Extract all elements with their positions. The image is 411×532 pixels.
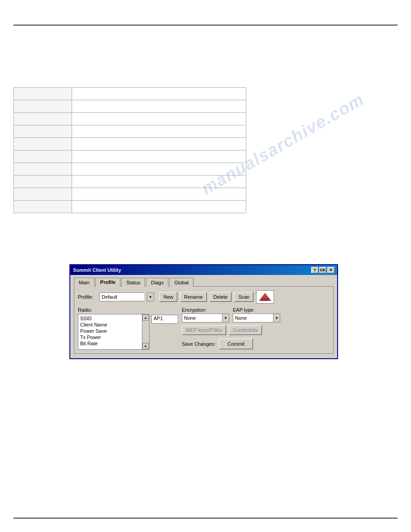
table-cell-value [72, 138, 246, 150]
table-row [14, 138, 246, 150]
tab-global[interactable]: Global [169, 278, 193, 287]
rename-button[interactable]: Rename [180, 292, 207, 302]
encryption-select[interactable]: None ▼ [182, 313, 229, 322]
dialog-window: Summit Client Utility ? OK ✕ Main Profil… [69, 264, 338, 359]
table-row [14, 201, 246, 213]
list-item[interactable]: Client Name [80, 322, 140, 328]
scroll-down-button[interactable]: ▼ [142, 343, 149, 349]
tab-main[interactable]: Main [74, 278, 94, 287]
profile-dropdown-arrow[interactable]: ▼ [147, 292, 154, 301]
settings-row: Radio: SSID Client Name Power Save Tx Po… [78, 307, 330, 350]
table-cell-label [14, 113, 72, 125]
table-cell-label [14, 100, 72, 113]
table-cell-label [14, 163, 72, 176]
table-cell-label [14, 88, 72, 100]
radio-value-input: AP1 [151, 314, 178, 350]
svg-text:SDC: SDC [261, 297, 270, 302]
tab-profile[interactable]: Profile [95, 278, 120, 287]
new-button[interactable]: New [159, 292, 177, 302]
tab-diags[interactable]: Diags [146, 278, 168, 287]
radio-section-label: Radio: [78, 307, 178, 313]
eap-value[interactable]: None [233, 313, 273, 322]
list-item[interactable]: Bit Rate [80, 340, 140, 347]
table-cell-value [72, 125, 246, 138]
radio-listbox[interactable]: SSID Client Name Power Save Tx Power Bit… [78, 314, 150, 350]
bottom-border [13, 518, 398, 519]
wep-keys-button[interactable]: WEP keys/PSKs [182, 325, 226, 335]
close-button[interactable]: ✕ [327, 267, 334, 273]
tab-status[interactable]: Status [121, 278, 145, 287]
tabs-row: Main Profile Status Diags Global [74, 278, 334, 287]
table-cell-value [72, 163, 246, 176]
table-cell-label [14, 188, 72, 201]
table-cell-label [14, 201, 72, 213]
eap-select[interactable]: None ▼ [233, 313, 280, 322]
dialog-title: Summit Client Utility [73, 267, 121, 273]
table-cell-value [72, 201, 246, 213]
table-row [14, 176, 246, 188]
wep-cred-row: WEP keys/PSKs Credentials [182, 325, 330, 335]
delete-button[interactable]: Delete [210, 292, 232, 302]
encryption-label: Encryption: [182, 307, 229, 313]
dialog-titlebar: Summit Client Utility ? OK ✕ [70, 265, 337, 275]
encryption-dropdown-arrow[interactable]: ▼ [222, 313, 229, 322]
sdc-logo: SDC [256, 290, 274, 304]
eap-label: EAP type: [233, 307, 280, 313]
save-changes-label: Save Changes: [182, 341, 215, 347]
tab-panel-profile: Profile: Default ▼ New Rename Delete Sca… [74, 286, 334, 354]
scroll-up-button[interactable]: ▲ [142, 314, 149, 321]
enc-eap-section: Encryption: None ▼ EAP type: None [182, 307, 330, 350]
summit-client-utility-dialog: Summit Client Utility ? OK ✕ Main Profil… [69, 264, 338, 359]
table-cell-value [72, 113, 246, 125]
content-table-section [13, 87, 246, 213]
scan-button[interactable]: Scan [234, 292, 253, 302]
profile-row: Profile: Default ▼ New Rename Delete Sca… [78, 290, 330, 304]
data-table [13, 87, 246, 213]
table-row [14, 88, 246, 100]
radio-list-container: SSID Client Name Power Save Tx Power Bit… [78, 314, 178, 350]
list-item[interactable]: Tx Power [80, 334, 140, 340]
table-cell-value [72, 150, 246, 163]
table-cell-value [72, 100, 246, 113]
table-row [14, 163, 246, 176]
list-item[interactable]: SSID [80, 315, 140, 322]
eap-col: EAP type: None ▼ [233, 307, 280, 322]
table-cell-label [14, 150, 72, 163]
table-cell-label [14, 138, 72, 150]
help-button[interactable]: ? [311, 267, 318, 273]
table-cell-value [72, 188, 246, 201]
commit-button[interactable]: Commit [219, 339, 253, 349]
table-cell-value [72, 176, 246, 188]
credentials-button[interactable]: Credentials [229, 325, 262, 335]
table-cell-label [14, 125, 72, 138]
table-row [14, 100, 246, 113]
table-row [14, 113, 246, 125]
radio-section: Radio: SSID Client Name Power Save Tx Po… [78, 307, 178, 350]
profile-dropdown-value[interactable]: Default [99, 292, 144, 301]
encryption-col: Encryption: None ▼ [182, 307, 229, 322]
table-row [14, 150, 246, 163]
list-item[interactable]: Power Save [80, 328, 140, 334]
profile-label: Profile: [78, 294, 97, 300]
radio-list: SSID Client Name Power Save Tx Power Bit… [78, 314, 142, 349]
scroll-track [142, 321, 149, 343]
table-cell-value [72, 88, 246, 100]
save-changes-row: Save Changes: Commit [182, 339, 330, 349]
radio-scrollbar: ▲ ▼ [142, 314, 149, 349]
enc-eap-row: Encryption: None ▼ EAP type: None [182, 307, 330, 322]
dialog-content: Main Profile Status Diags Global Profile… [70, 275, 337, 358]
top-border [13, 25, 398, 26]
table-row [14, 188, 246, 201]
ok-button[interactable]: OK [319, 267, 326, 273]
eap-dropdown-arrow[interactable]: ▼ [273, 313, 280, 322]
radio-ap-value[interactable]: AP1 [151, 315, 178, 324]
table-row [14, 125, 246, 138]
encryption-value[interactable]: None [182, 313, 222, 322]
titlebar-buttons: ? OK ✕ [311, 267, 334, 273]
table-cell-label [14, 176, 72, 188]
